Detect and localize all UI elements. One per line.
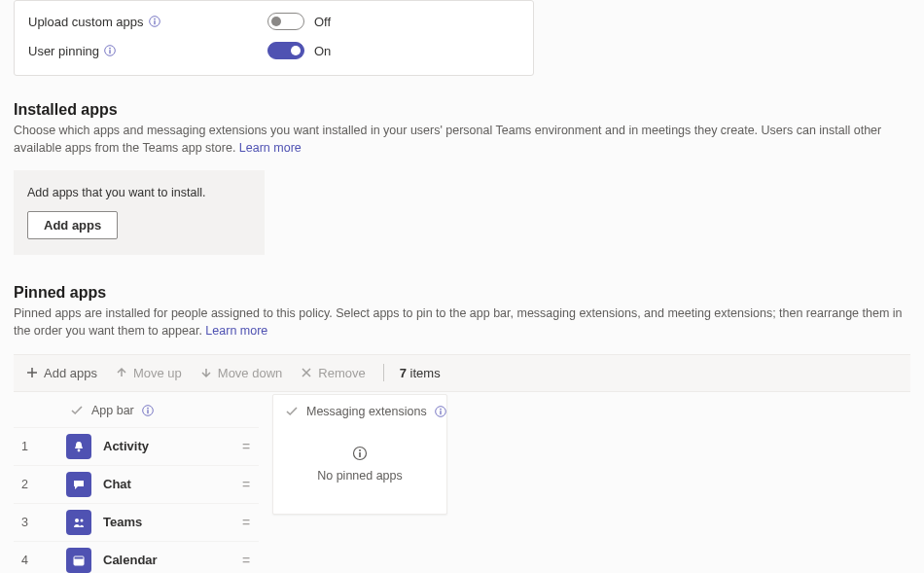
toolbar-add-apps[interactable]: Add apps	[18, 362, 105, 384]
row-number: 4	[14, 554, 35, 567]
toggle-user-pinning[interactable]	[267, 42, 304, 59]
app-name: Teams	[103, 515, 233, 529]
info-icon[interactable]	[104, 45, 116, 56]
pinned-apps-title: Pinned apps	[14, 284, 910, 302]
toolbar-separator	[383, 364, 384, 381]
install-box-text: Add apps that you want to install.	[27, 186, 251, 199]
learn-more-link[interactable]: Learn more	[239, 141, 302, 155]
add-apps-button[interactable]: Add apps	[27, 211, 118, 239]
toggle-state: Off	[314, 15, 331, 29]
setting-label: Upload custom apps	[28, 15, 267, 29]
installed-apps-desc: Choose which apps and messaging extensio…	[14, 122, 910, 157]
installed-apps-title: Installed apps	[14, 101, 910, 119]
arrow-up-icon	[115, 366, 128, 379]
toolbar-count: 7 items	[394, 362, 446, 384]
install-box: Add apps that you want to install. Add a…	[14, 170, 265, 255]
toolbar-move-down[interactable]: Move down	[192, 362, 290, 384]
learn-more-link[interactable]: Learn more	[205, 324, 267, 338]
pinned-columns: App bar 1Activity=2Chat=3Teams=4Calendar…	[14, 394, 910, 574]
row-number: 3	[14, 516, 35, 529]
toolbar-move-up[interactable]: Move up	[107, 362, 190, 384]
empty-state: No pinned apps	[273, 428, 446, 488]
app-row[interactable]: 1Activity=	[14, 427, 259, 465]
app-icon	[66, 548, 91, 573]
plus-icon	[25, 366, 39, 379]
drag-handle-icon[interactable]: =	[233, 515, 259, 530]
drag-handle-icon[interactable]: =	[233, 439, 259, 454]
app-row[interactable]: 4Calendar=	[14, 541, 259, 574]
app-icon	[66, 434, 91, 459]
app-row[interactable]: 2Chat=	[14, 465, 259, 503]
app-icon	[66, 510, 91, 535]
setting-label: User pinning	[28, 44, 267, 58]
info-icon[interactable]	[142, 405, 154, 416]
setting-upload-custom: Upload custom apps Off	[15, 7, 533, 36]
app-bar-label: App bar	[91, 404, 134, 417]
app-name: Calendar	[103, 553, 233, 567]
info-outline-icon	[352, 446, 368, 461]
drag-handle-icon[interactable]: =	[233, 553, 259, 568]
info-icon[interactable]	[435, 406, 446, 417]
pinned-apps-desc: Pinned apps are installed for people ass…	[14, 304, 910, 340]
messaging-ext-label: Messaging extensions	[306, 405, 427, 418]
app-bar-column: App bar 1Activity=2Chat=3Teams=4Calendar…	[14, 394, 259, 574]
toggle-upload-custom[interactable]	[267, 13, 304, 30]
settings-card: Upload custom apps Off User pinning On	[14, 0, 534, 76]
toolbar-remove[interactable]: Remove	[292, 362, 373, 384]
user-pinning-label: User pinning	[28, 44, 99, 58]
drag-handle-icon[interactable]: =	[233, 477, 259, 492]
row-number: 1	[14, 440, 35, 453]
arrow-down-icon	[199, 366, 213, 379]
check-icon[interactable]	[70, 404, 84, 417]
upload-custom-label: Upload custom apps	[28, 15, 144, 29]
toggle-state: On	[314, 44, 331, 58]
info-icon[interactable]	[149, 16, 160, 27]
empty-text: No pinned apps	[317, 469, 403, 483]
messaging-ext-header: Messaging extensions	[273, 395, 446, 428]
app-bar-header: App bar	[14, 394, 259, 427]
setting-user-pinning: User pinning On	[15, 36, 533, 65]
app-row[interactable]: 3Teams=	[14, 503, 259, 541]
app-name: Chat	[103, 477, 233, 491]
pinned-toolbar: Add apps Move up Move down Remove 7 item…	[14, 354, 910, 392]
row-number: 2	[14, 478, 35, 491]
messaging-ext-column: Messaging extensions No pinned apps	[272, 394, 447, 515]
check-icon[interactable]	[285, 405, 299, 418]
app-name: Activity	[103, 439, 233, 453]
x-icon	[300, 366, 313, 379]
app-icon	[66, 472, 91, 497]
